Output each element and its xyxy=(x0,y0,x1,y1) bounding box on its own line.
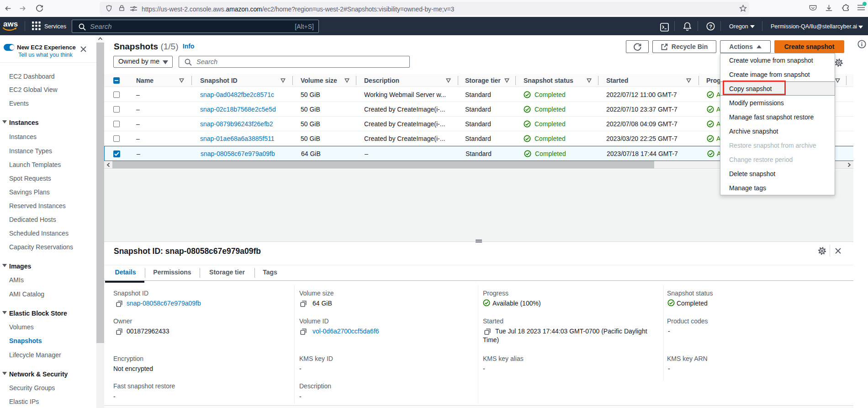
svg-text:i: i xyxy=(861,41,863,48)
svg-text:?: ? xyxy=(709,24,712,29)
